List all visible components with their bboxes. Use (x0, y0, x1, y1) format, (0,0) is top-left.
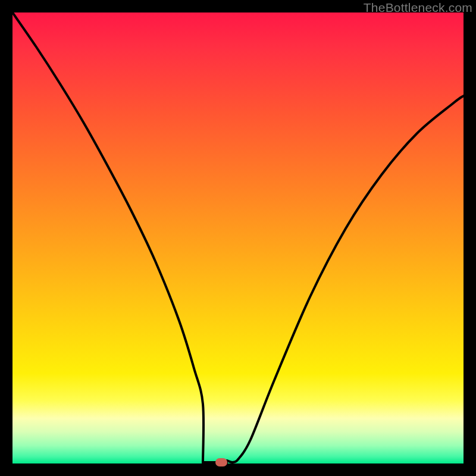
chart-frame (12, 12, 464, 464)
chart-background-gradient (12, 12, 464, 464)
optimal-point-marker (215, 458, 227, 466)
